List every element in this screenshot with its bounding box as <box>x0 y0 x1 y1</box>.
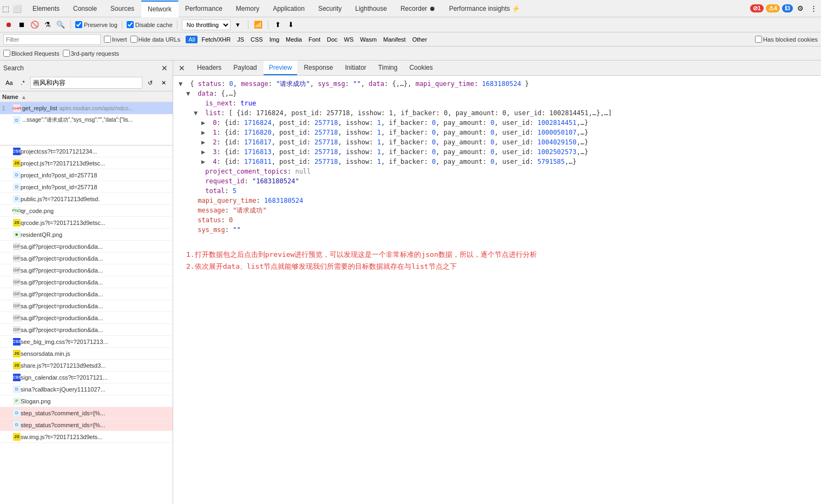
list-item[interactable]: D sina?callback=jQuery1111027... <box>0 383 173 395</box>
tab-timing[interactable]: Timing <box>373 61 403 75</box>
list-item[interactable]: JS share.js?t=?20171213d9etsd3... <box>0 360 173 372</box>
item0-toggle[interactable]: ▶ <box>201 118 209 128</box>
item3-toggle[interactable]: ▶ <box>201 147 209 157</box>
search-close-icon[interactable]: ✕ <box>160 63 169 73</box>
list-toggle[interactable]: ▼ <box>194 108 201 118</box>
list-item[interactable]: GIF sa.gif?project=production&da... <box>0 288 173 300</box>
list-item[interactable]: GIF sa.gif?project=production&da... <box>0 312 173 324</box>
tab-application[interactable]: Application <box>266 0 312 17</box>
list-item[interactable]: GIF sa.gif?project=production&da... <box>0 300 173 312</box>
invert-checkbox[interactable] <box>104 36 111 43</box>
list-item[interactable]: GIF sa.gif?project=production&da... <box>0 241 173 253</box>
wifi-icon[interactable]: 📶 <box>253 19 264 30</box>
item1-toggle[interactable]: ▶ <box>201 128 209 137</box>
filter-fetch-xhr[interactable]: Fetch/XHR <box>199 36 233 43</box>
list-item[interactable]: PNG qr_code.png <box>0 205 173 217</box>
item2-toggle[interactable]: ▶ <box>201 137 209 147</box>
list-item[interactable]: GIF sa.gif?project=production&da... <box>0 264 173 276</box>
inspect-icon[interactable]: ⬚ <box>2 4 9 13</box>
search-clear-icon[interactable]: ✕ <box>157 77 169 89</box>
throttle-select[interactable]: No throttling Fast 3G Slow 3G <box>182 19 231 30</box>
tab-headers[interactable]: Headers <box>192 61 227 75</box>
list-item[interactable]: JS qrcode.js?t=?20171213d9etsc... <box>0 217 173 229</box>
list-item[interactable]: JS sensorsdata.min.js <box>0 348 173 360</box>
item4-toggle[interactable]: ▶ <box>201 157 209 167</box>
search-refresh-icon[interactable]: ↺ <box>144 77 156 89</box>
tab-recorder[interactable]: Recorder ⏺ <box>394 0 443 17</box>
list-item[interactable]: D project_info?post_id=257718 <box>0 169 173 181</box>
blocked-requests-label[interactable]: Blocked Requests <box>3 50 60 57</box>
data-toggle[interactable]: ▼ <box>186 89 194 98</box>
disable-cache-label[interactable]: Disable cache <box>127 21 173 28</box>
search-input[interactable] <box>30 77 142 89</box>
import-icon[interactable]: ⬆ <box>273 19 284 30</box>
more-icon[interactable]: ⋮ <box>808 3 819 14</box>
filter-all[interactable]: All <box>186 36 198 43</box>
disable-cache-checkbox[interactable] <box>127 21 134 28</box>
blocked-requests-checkbox[interactable] <box>3 50 10 57</box>
list-item[interactable]: GIF sa.gif?project=production&da... <box>0 324 173 336</box>
list-item-3[interactable]: ▶ 3: {id: 1716813, post_id: 257718, issh… <box>179 147 816 157</box>
filter-other[interactable]: Other <box>410 36 430 43</box>
list-item[interactable]: CSS sign_calendar.css?t=?2017121... <box>0 372 173 383</box>
list-item[interactable]: JS project.js?t=?20171213d9etsc... <box>0 157 173 169</box>
record-button[interactable]: ⏺ <box>3 19 14 30</box>
list-item[interactable]: D step_status?comment_ids=[%... <box>0 407 173 419</box>
list-item-0[interactable]: ▶ 0: {id: 1716824, post_id: 257718, issh… <box>179 118 816 128</box>
tab-memory[interactable]: Memory <box>229 0 266 17</box>
preserve-log-label[interactable]: Preserve log <box>75 21 117 28</box>
settings-icon[interactable]: ⚙ <box>795 3 806 14</box>
third-party-label[interactable]: 3rd-party requests <box>63 50 119 57</box>
list-item[interactable]: GIF sa.gif?project=production&da... <box>0 253 173 264</box>
filter-ws[interactable]: WS <box>341 36 357 43</box>
tab-response[interactable]: Response <box>298 61 338 75</box>
waterfall-row-1[interactable]: 1 XHR get_reply_list apim.modian.com/api… <box>0 102 173 114</box>
json-root-line[interactable]: ▼ { status: 0, message: "请求成功", sys_msg:… <box>179 79 816 89</box>
list-item[interactable]: D project_info?post_id=257718 <box>0 181 173 193</box>
panel-close-icon[interactable]: ✕ <box>176 63 187 74</box>
list-node-line[interactable]: ▼ list: [ {id: 1716824, post_id: 257718,… <box>179 108 816 118</box>
export-icon[interactable]: ⬇ <box>286 19 297 30</box>
case-sensitive-button[interactable]: Aa <box>3 77 15 89</box>
filter-doc[interactable]: Doc <box>324 36 340 43</box>
tab-performance[interactable]: Performance <box>179 0 229 17</box>
tab-sources[interactable]: Sources <box>104 0 141 17</box>
stop-button[interactable]: ⏹ <box>16 19 27 30</box>
tab-payload[interactable]: Payload <box>228 61 262 75</box>
tab-lighthouse[interactable]: Lighthouse <box>349 0 394 17</box>
invert-label[interactable]: Invert <box>104 36 127 43</box>
tab-cookies[interactable]: Cookies <box>404 61 438 75</box>
list-item[interactable]: CSS projectcss?t=?2017121234... <box>0 145 173 157</box>
waterfall-row-2[interactable]: D ...ssage":"请求成功","sys_msg":"","data":{… <box>0 114 173 126</box>
filter-font[interactable]: Font <box>306 36 323 43</box>
root-toggle[interactable]: ▼ <box>179 79 186 89</box>
search-button[interactable]: 🔍 <box>55 19 66 30</box>
tab-network[interactable]: Network <box>141 1 179 17</box>
throttle-dropdown-icon[interactable]: ▾ <box>233 19 244 30</box>
filter-img[interactable]: Img <box>267 36 282 43</box>
tab-elements[interactable]: Elements <box>26 0 67 17</box>
tab-console[interactable]: Console <box>67 0 104 17</box>
list-item-1[interactable]: ▶ 1: {id: 1716820, post_id: 257718, issh… <box>179 128 816 137</box>
filter-button[interactable]: ⚗ <box>42 19 53 30</box>
filter-manifest[interactable]: Manifest <box>380 36 409 43</box>
hide-data-urls-label[interactable]: Hide data URLs <box>130 36 181 43</box>
tab-perf-insights[interactable]: Performance insights ⚡ <box>443 0 527 17</box>
preserve-log-checkbox[interactable] <box>75 21 82 28</box>
list-item[interactable]: ■ residentQR.png <box>0 229 173 241</box>
list-item-2[interactable]: ▶ 2: {id: 1716817, post_id: 257718, issh… <box>179 137 816 147</box>
filter-media[interactable]: Media <box>283 36 305 43</box>
list-item-4[interactable]: ▶ 4: {id: 1716811, post_id: 257718, issh… <box>179 157 816 167</box>
clear-button[interactable]: 🚫 <box>29 19 40 30</box>
filter-wasm[interactable]: Wasm <box>357 36 379 43</box>
tab-security[interactable]: Security <box>312 0 349 17</box>
list-item[interactable]: D step_status?comment_ids=[%... <box>0 419 173 431</box>
data-node-line[interactable]: ▼ data: {,…} <box>179 89 816 98</box>
list-item[interactable]: JS sw.img.js?t=?20171213d9ets... <box>0 431 173 443</box>
hide-data-urls-checkbox[interactable] <box>130 36 137 43</box>
filter-js[interactable]: JS <box>234 36 247 43</box>
device-icon[interactable]: ⬜ <box>12 4 22 13</box>
filter-input[interactable] <box>3 34 101 45</box>
third-party-checkbox[interactable] <box>63 50 70 57</box>
tab-initiator[interactable]: Initiator <box>339 61 371 75</box>
